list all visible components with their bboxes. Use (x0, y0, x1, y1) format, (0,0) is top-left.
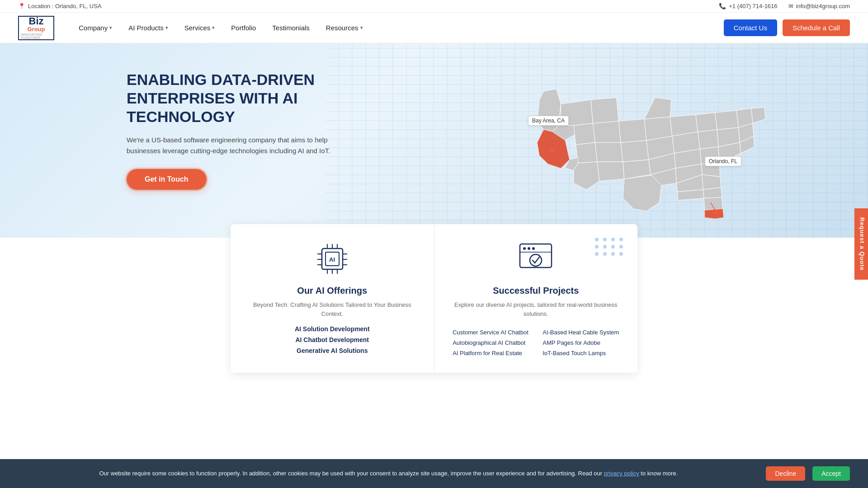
south-carolina-state (703, 188, 722, 198)
dots-decoration (595, 238, 624, 256)
contact-us-button[interactable]: Contact Us (724, 19, 777, 36)
orlando-label: Orlando, FL (705, 156, 741, 166)
chevron-down-icon: ▾ (212, 25, 215, 31)
projects-title: Successful Projects (493, 286, 579, 296)
projects-icon (515, 240, 556, 278)
orlando-text: Orlando, FL (709, 158, 737, 164)
phone-icon (719, 3, 726, 9)
hero-description: We're a US-based software engineering co… (127, 135, 344, 156)
kansas-state (621, 141, 649, 162)
new-york-state (715, 110, 739, 130)
nav-portfolio-label: Portfolio (231, 24, 256, 32)
get-in-touch-button[interactable]: Get in Touch (127, 169, 207, 190)
hero-content: ENABLING DATA-DRIVEN ENTERPRISES WITH AI… (127, 70, 344, 190)
nebraska-state (618, 119, 646, 142)
minnesota-state (644, 98, 671, 119)
nav-company[interactable]: Company ▾ (72, 20, 118, 35)
accept-button[interactable]: Accept (812, 466, 850, 481)
chevron-down-icon: ▾ (109, 25, 112, 31)
south-dakota-state (595, 142, 623, 162)
svg-point-20 (530, 254, 542, 266)
project-item-6[interactable]: IoT-Based Touch Lamps (542, 350, 619, 357)
contact-info: +1 (407) 714-1616 info@biz4group.com (719, 3, 850, 9)
successful-projects-card: Successful Projects Explore our diverse … (434, 224, 638, 373)
svg-point-18 (532, 247, 535, 250)
phone-number: +1 (407) 714-1616 (729, 3, 777, 9)
logo-biz: Biz (29, 16, 44, 26)
cookie-message: Our website require some cookies to func… (99, 470, 602, 477)
nav-services[interactable]: Services ▾ (178, 20, 222, 35)
chevron-down-icon: ▾ (360, 25, 363, 31)
maine-state (751, 108, 765, 123)
nav-testimonials[interactable]: Testimonials (266, 20, 316, 35)
georgia-state (704, 197, 723, 210)
nav-resources-label: Resources (326, 24, 359, 32)
cards-section: AI (0, 224, 868, 373)
hero-title-line1: ENABLING DATA-DRIVEN (127, 71, 315, 88)
nav-ai-products-label: AI Products (128, 24, 164, 32)
cookie-text: Our website require some cookies to func… (18, 469, 759, 478)
north-dakota-state (593, 121, 621, 142)
pin-icon (18, 3, 25, 9)
request-quote-tab[interactable]: Request a Quote (854, 208, 868, 280)
schedule-call-button[interactable]: Schedule a Call (783, 19, 850, 36)
ai-offerings-icon: AI (312, 240, 353, 278)
us-map: Bay Area, CA Orlando, FL (515, 57, 778, 220)
colorado-state (576, 142, 597, 163)
new-mexico-state (597, 162, 624, 181)
email-address: info@biz4group.com (796, 3, 850, 9)
hero-title-line2: ENTERPRISES WITH AI TECHNOLOGY (127, 89, 297, 125)
gen-ai-solutions-link[interactable]: Generative AI Solutions (297, 347, 368, 354)
cards-container: AI (231, 224, 637, 373)
arizona-state (574, 162, 599, 190)
project-item-3[interactable]: Autobiographical AI Chatbot (453, 339, 529, 346)
bay-area-text: Bay Area, CA (532, 117, 565, 124)
project-item-2[interactable]: AI-Based Heat Cable System (542, 329, 619, 336)
nav-company-label: Company (79, 24, 108, 32)
projects-desc: Explore our diverse AI projects, tailore… (453, 300, 620, 318)
map-svg (515, 57, 778, 220)
ai-solution-dev-link[interactable]: AI Solution Development (295, 325, 370, 333)
privacy-policy-link[interactable]: privacy policy (604, 470, 639, 477)
location-area: Location : Orlando, FL, USA (18, 3, 102, 9)
michigan-state (696, 113, 717, 132)
navbar: Biz Group INNOVATING TOGETHER Company ▾ … (0, 13, 868, 43)
project-item-5[interactable]: AI Platform for Real Estate (453, 350, 529, 357)
ai-offerings-links: AI Solution Development AI Chatbot Devel… (249, 325, 416, 354)
logo-group: Group (28, 26, 45, 32)
hero-section: ENABLING DATA-DRIVEN ENTERPRISES WITH AI… (0, 43, 868, 238)
nav-services-label: Services (184, 24, 211, 32)
project-item-4[interactable]: AMP Pages for Adobe (542, 339, 619, 346)
nav-links: Company ▾ AI Products ▾ Services ▾ Portf… (72, 20, 724, 35)
projects-grid: Customer Service AI Chatbot AI-Based Hea… (453, 329, 619, 357)
ai-offerings-title: Our AI Offerings (297, 286, 367, 296)
cookie-banner: Our website require some cookies to func… (0, 459, 868, 488)
north-carolina-state (702, 175, 721, 190)
chevron-down-icon: ▾ (165, 25, 168, 31)
email-link[interactable]: info@biz4group.com (788, 3, 850, 9)
montana-state (591, 98, 619, 123)
bay-area-label: Bay Area, CA (528, 116, 569, 126)
ai-offerings-card: AI (231, 224, 434, 373)
decline-button[interactable]: Decline (766, 466, 805, 481)
logo-tagline: INNOVATING TOGETHER (21, 33, 52, 39)
nav-testimonials-label: Testimonials (272, 24, 310, 32)
svg-point-16 (523, 247, 526, 250)
wyoming-state (574, 123, 595, 145)
phone-link[interactable]: +1 (407) 714-1616 (719, 3, 777, 9)
ai-offerings-desc: Beyond Tech: Crafting AI Solutions Tailo… (249, 300, 416, 318)
nav-ai-products[interactable]: AI Products ▾ (122, 20, 175, 35)
logo-area[interactable]: Biz Group INNOVATING TOGETHER (18, 16, 54, 40)
nav-portfolio[interactable]: Portfolio (225, 20, 262, 35)
texas-state (623, 175, 661, 211)
cookie-message-end: to know more. (641, 470, 678, 477)
location-text: Location : Orlando, FL, USA (28, 3, 102, 9)
ai-chatbot-dev-link[interactable]: AI Chatbot Development (295, 336, 369, 343)
top-bar: Location : Orlando, FL, USA +1 (407) 714… (0, 0, 868, 13)
project-item-1[interactable]: Customer Service AI Chatbot (453, 329, 529, 336)
email-icon (788, 3, 793, 9)
nav-resources[interactable]: Resources ▾ (320, 20, 369, 35)
hero-title: ENABLING DATA-DRIVEN ENTERPRISES WITH AI… (127, 70, 344, 126)
mississippi-state (677, 190, 704, 201)
logo[interactable]: Biz Group INNOVATING TOGETHER (18, 16, 54, 40)
